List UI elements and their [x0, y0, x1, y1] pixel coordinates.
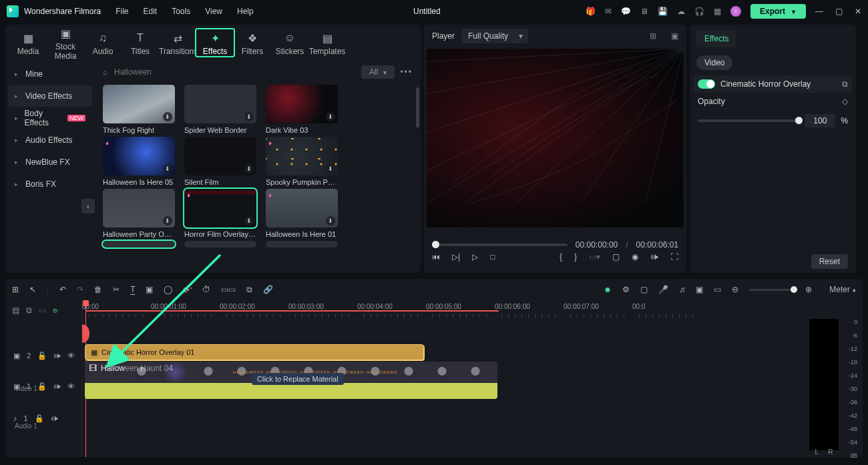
detach-icon[interactable]: ⧉ [842, 79, 848, 89]
timer-icon[interactable]: ⏱ [202, 285, 210, 294]
download-icon[interactable]: ⬇ [326, 164, 335, 173]
cat-audio-effects[interactable]: ▸Audio Effects [8, 129, 92, 151]
cut-icon[interactable]: ✂ [113, 285, 120, 294]
opacity-value[interactable]: 100 [805, 114, 835, 127]
mic-icon[interactable]: 🎤 [658, 285, 668, 294]
stop-icon[interactable]: □ [490, 252, 495, 262]
preview-canvas[interactable] [427, 49, 684, 227]
play-prev-icon[interactable]: ▷| [452, 252, 460, 262]
effect-item[interactable]: ⬇♦Spooky Pumpkin Particles [266, 137, 338, 186]
sidebar-collapse[interactable]: ‹ [81, 199, 95, 213]
effect-item[interactable]: ⬇Halloween Party Overlay [103, 189, 175, 238]
display-icon[interactable]: 🖥 [640, 7, 648, 16]
tab-media[interactable]: ▦Media [9, 29, 47, 56]
reset-button[interactable]: Reset [811, 254, 848, 269]
cat-video-effects[interactable]: ▸Video Effects [8, 85, 92, 107]
tab-stickers[interactable]: ☺Stickers [271, 29, 308, 56]
tab-titles[interactable]: TTitles [122, 29, 159, 56]
effect-item[interactable]: ⬇Thick Fog Right [103, 85, 175, 134]
mute-icon[interactable]: 🕪 [53, 352, 61, 360]
save-icon[interactable]: 💾 [658, 7, 668, 16]
mark-out-icon[interactable]: } [574, 252, 577, 262]
fullscreen-icon[interactable]: ⛶ [670, 252, 678, 262]
speed-icon[interactable]: ⟳• [183, 285, 192, 295]
timeline-track-area[interactable]: 00:0000:00:01:0000:00:02:0000:00:03:0000… [82, 300, 805, 457]
eye-icon[interactable]: 👁 [67, 382, 75, 390]
message-icon[interactable]: 💬 [621, 7, 631, 16]
download-icon[interactable]: ⬇ [163, 112, 172, 121]
filter-dropdown[interactable]: All▾ [361, 65, 395, 79]
avatar[interactable] [730, 6, 741, 17]
tab-templates[interactable]: ▤Templates [308, 29, 346, 56]
cat-newblue-fx[interactable]: ▸NewBlue FX [8, 151, 92, 173]
tab-stock-media[interactable]: ▣Stock Media [47, 25, 84, 61]
keyframe-icon[interactable]: ◇ [842, 97, 848, 106]
menu-tools[interactable]: Tools [172, 7, 190, 16]
download-icon[interactable]: ⬇ [244, 216, 254, 225]
effect-item[interactable]: ⬇♦Halloween Is Here 05 [103, 137, 175, 186]
music-icon[interactable]: ♬ [679, 285, 685, 294]
download-icon[interactable]: ⬇ [244, 112, 254, 121]
shield-icon[interactable]: ▢ [640, 285, 648, 294]
effect-item[interactable]: ⬇Spider Web Border [184, 85, 256, 134]
download-icon[interactable]: ⬇ [326, 216, 335, 225]
step-back-icon[interactable]: ⏮ [432, 252, 440, 262]
effect-clip[interactable]: ▦ Cinematic Horror Overlay 01 [85, 344, 424, 360]
delete-icon[interactable]: 🗑 [94, 285, 102, 294]
ratio-icon[interactable]: ▭▾ [589, 252, 600, 262]
tl-link-icon[interactable]: ⧉ [26, 306, 32, 315]
group-icon[interactable]: ▭▭ [221, 285, 236, 294]
tl-app-icon[interactable]: ⊞ [12, 285, 19, 294]
grid-icon[interactable]: ⊞ [650, 31, 656, 41]
close-icon[interactable]: ✕ [855, 7, 861, 16]
tl-select-icon[interactable]: ↖ [29, 285, 36, 294]
tab-filters[interactable]: ❖Filters [234, 29, 271, 56]
effect-item[interactable]: ⬇♦Halloween Is Here 01 [266, 189, 338, 238]
tab-transitions[interactable]: ⇄Transitions [159, 29, 196, 56]
effect-item[interactable]: ⬇Silent Film [184, 137, 256, 186]
text-icon[interactable]: T [130, 285, 135, 294]
snapshot-outline-icon[interactable]: ▣ [671, 31, 678, 41]
opacity-slider[interactable] [698, 119, 799, 122]
tl-track-icon[interactable]: ▤ [12, 306, 19, 315]
headphones-icon[interactable]: 🎧 [694, 7, 704, 16]
effect-item[interactable] [103, 241, 175, 248]
cat-mine[interactable]: ▸Mine [8, 63, 92, 85]
effect-enable-toggle[interactable] [698, 79, 715, 89]
cloud-icon[interactable]: ☁ [677, 7, 685, 16]
zoom-out-icon[interactable]: ⊖ [732, 285, 738, 294]
undo-icon[interactable]: ↶ [59, 285, 66, 294]
gear-icon[interactable]: ⚙ [622, 285, 630, 294]
cat-boris-fx[interactable]: ▸Boris FX [8, 173, 92, 195]
effects-scrollbar[interactable] [416, 87, 419, 127]
gift-icon[interactable]: 🎁 [586, 7, 596, 16]
pip-icon[interactable]: ▣ [696, 285, 703, 294]
menu-view[interactable]: View [205, 7, 222, 16]
zoom-in-icon[interactable]: ⊕ [805, 285, 812, 294]
download-icon[interactable]: ⬇ [163, 164, 172, 173]
apps-icon[interactable]: ▦ [714, 7, 721, 16]
quality-dropdown[interactable]: Full Quality [461, 29, 528, 43]
export-button[interactable]: Export▾ [750, 4, 806, 19]
menu-help[interactable]: Help [237, 7, 254, 16]
tab-effects[interactable]: ✦Effects [196, 29, 234, 56]
crop-icon[interactable]: ▣ [146, 285, 153, 294]
eye-icon[interactable]: 👁 [67, 352, 75, 360]
video-track-header[interactable]: ▣1 🔓 🕪 👁 Video 1 [5, 368, 82, 405]
mark-in-icon[interactable]: { [560, 252, 562, 262]
menu-edit[interactable]: Edit [144, 7, 158, 16]
redo-icon[interactable]: ↷ [77, 285, 83, 294]
maximize-icon[interactable]: ▢ [835, 7, 843, 16]
play-icon[interactable]: ▷ [472, 252, 478, 262]
link-icon[interactable]: 🔗 [263, 285, 273, 294]
download-icon[interactable]: ⬇ [163, 216, 172, 225]
zoom-slider[interactable] [749, 289, 795, 291]
screen-icon[interactable]: ▢ [612, 252, 620, 262]
send-icon[interactable]: ✉ [605, 7, 612, 16]
mute-icon[interactable]: 🕪 [51, 414, 58, 422]
effects-search[interactable]: ⌕ [103, 67, 361, 77]
copy-icon[interactable]: ⧉ [246, 285, 252, 294]
cat-body-effects[interactable]: ▸Body EffectsNEW [8, 107, 92, 129]
lock-icon[interactable]: 🔓 [35, 414, 44, 423]
tl-magnet-icon[interactable]: ⌾ [53, 306, 57, 315]
